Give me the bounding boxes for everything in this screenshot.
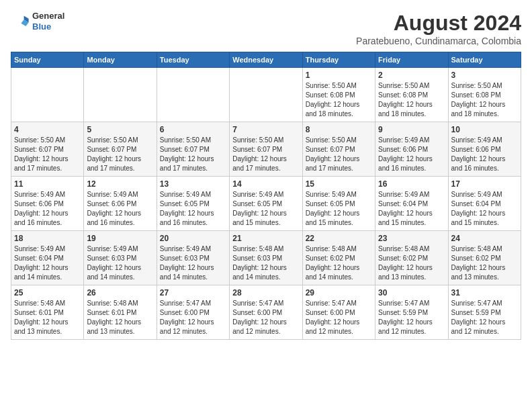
day-header-saturday: Saturday bbox=[448, 52, 521, 68]
calendar-cell: 11Sunrise: 5:49 AMSunset: 6:06 PMDayligh… bbox=[11, 177, 84, 231]
day-number: 14 bbox=[232, 179, 299, 189]
logo: General Blue bbox=[11, 11, 64, 32]
logo-icon bbox=[11, 12, 30, 31]
calendar-cell: 14Sunrise: 5:49 AMSunset: 6:05 PMDayligh… bbox=[230, 177, 302, 231]
page-header: General Blue August 2024 Paratebueno, Cu… bbox=[11, 11, 521, 46]
page-title: August 2024 bbox=[356, 11, 521, 36]
day-info: Sunrise: 5:49 AMSunset: 6:06 PMDaylight:… bbox=[14, 190, 81, 228]
day-info: Sunrise: 5:49 AMSunset: 6:03 PMDaylight:… bbox=[160, 244, 226, 282]
day-header-sunday: Sunday bbox=[11, 52, 84, 68]
day-number: 27 bbox=[160, 288, 226, 298]
calendar-cell: 29Sunrise: 5:47 AMSunset: 6:00 PMDayligh… bbox=[302, 285, 375, 340]
calendar-cell: 15Sunrise: 5:49 AMSunset: 6:05 PMDayligh… bbox=[302, 177, 375, 231]
calendar-cell: 23Sunrise: 5:48 AMSunset: 6:02 PMDayligh… bbox=[375, 231, 448, 285]
calendar-cell: 17Sunrise: 5:49 AMSunset: 6:04 PMDayligh… bbox=[448, 177, 521, 231]
title-block: August 2024 Paratebueno, Cundinamarca, C… bbox=[356, 11, 521, 46]
day-info: Sunrise: 5:50 AMSunset: 6:07 PMDaylight:… bbox=[232, 136, 299, 173]
header-row: SundayMondayTuesdayWednesdayThursdayFrid… bbox=[11, 52, 521, 68]
calendar-cell: 1Sunrise: 5:50 AMSunset: 6:08 PMDaylight… bbox=[302, 68, 375, 122]
day-info: Sunrise: 5:48 AMSunset: 6:02 PMDaylight:… bbox=[451, 244, 518, 282]
calendar-cell bbox=[157, 68, 229, 122]
day-number: 21 bbox=[232, 234, 299, 243]
day-header-thursday: Thursday bbox=[302, 52, 375, 68]
day-number: 10 bbox=[451, 125, 518, 134]
calendar-cell: 27Sunrise: 5:47 AMSunset: 6:00 PMDayligh… bbox=[157, 285, 229, 340]
day-number: 31 bbox=[451, 288, 518, 298]
day-info: Sunrise: 5:49 AMSunset: 6:06 PMDaylight:… bbox=[87, 190, 153, 228]
logo-text: General Blue bbox=[32, 11, 64, 32]
calendar-week-5: 25Sunrise: 5:48 AMSunset: 6:01 PMDayligh… bbox=[11, 285, 521, 340]
calendar-body: 1Sunrise: 5:50 AMSunset: 6:08 PMDaylight… bbox=[11, 68, 521, 340]
day-number: 7 bbox=[232, 125, 299, 134]
calendar-week-1: 1Sunrise: 5:50 AMSunset: 6:08 PMDaylight… bbox=[11, 68, 521, 122]
calendar-cell: 8Sunrise: 5:50 AMSunset: 6:07 PMDaylight… bbox=[302, 122, 375, 177]
calendar-cell: 24Sunrise: 5:48 AMSunset: 6:02 PMDayligh… bbox=[448, 231, 521, 285]
calendar-cell: 20Sunrise: 5:49 AMSunset: 6:03 PMDayligh… bbox=[157, 231, 229, 285]
day-number: 2 bbox=[378, 71, 445, 80]
day-info: Sunrise: 5:47 AMSunset: 6:00 PMDaylight:… bbox=[306, 299, 372, 336]
calendar-week-4: 18Sunrise: 5:49 AMSunset: 6:04 PMDayligh… bbox=[11, 231, 521, 285]
day-info: Sunrise: 5:48 AMSunset: 6:02 PMDaylight:… bbox=[306, 244, 372, 282]
day-info: Sunrise: 5:49 AMSunset: 6:06 PMDaylight:… bbox=[378, 136, 445, 173]
day-number: 25 bbox=[14, 288, 81, 298]
calendar-cell: 31Sunrise: 5:47 AMSunset: 5:59 PMDayligh… bbox=[448, 285, 521, 340]
calendar-cell: 12Sunrise: 5:49 AMSunset: 6:06 PMDayligh… bbox=[84, 177, 157, 231]
calendar-cell bbox=[11, 68, 84, 122]
day-number: 11 bbox=[14, 179, 81, 189]
calendar-cell: 3Sunrise: 5:50 AMSunset: 6:08 PMDaylight… bbox=[448, 68, 521, 122]
day-info: Sunrise: 5:47 AMSunset: 5:59 PMDaylight:… bbox=[378, 299, 445, 336]
calendar-cell: 26Sunrise: 5:48 AMSunset: 6:01 PMDayligh… bbox=[84, 285, 157, 340]
calendar-cell: 4Sunrise: 5:50 AMSunset: 6:07 PMDaylight… bbox=[11, 122, 84, 177]
page-subtitle: Paratebueno, Cundinamarca, Colombia bbox=[356, 36, 521, 46]
day-info: Sunrise: 5:50 AMSunset: 6:08 PMDaylight:… bbox=[451, 81, 518, 119]
day-number: 20 bbox=[160, 234, 226, 243]
day-number: 19 bbox=[87, 234, 153, 243]
day-info: Sunrise: 5:49 AMSunset: 6:05 PMDaylight:… bbox=[232, 190, 299, 228]
day-number: 13 bbox=[160, 179, 226, 189]
calendar-cell: 28Sunrise: 5:47 AMSunset: 6:00 PMDayligh… bbox=[230, 285, 302, 340]
day-number: 8 bbox=[306, 125, 372, 134]
day-number: 23 bbox=[378, 234, 445, 243]
calendar-cell: 16Sunrise: 5:49 AMSunset: 6:04 PMDayligh… bbox=[375, 177, 448, 231]
day-number: 30 bbox=[378, 288, 445, 298]
day-info: Sunrise: 5:50 AMSunset: 6:07 PMDaylight:… bbox=[87, 136, 153, 173]
day-number: 3 bbox=[451, 71, 518, 80]
day-info: Sunrise: 5:50 AMSunset: 6:08 PMDaylight:… bbox=[378, 81, 445, 119]
day-info: Sunrise: 5:49 AMSunset: 6:05 PMDaylight:… bbox=[160, 190, 226, 228]
day-info: Sunrise: 5:47 AMSunset: 6:00 PMDaylight:… bbox=[232, 299, 299, 336]
day-info: Sunrise: 5:49 AMSunset: 6:06 PMDaylight:… bbox=[451, 136, 518, 173]
day-number: 6 bbox=[160, 125, 226, 134]
day-info: Sunrise: 5:48 AMSunset: 6:01 PMDaylight:… bbox=[87, 299, 153, 336]
day-info: Sunrise: 5:49 AMSunset: 6:04 PMDaylight:… bbox=[451, 190, 518, 228]
day-number: 18 bbox=[14, 234, 81, 243]
day-info: Sunrise: 5:50 AMSunset: 6:07 PMDaylight:… bbox=[14, 136, 81, 173]
calendar-cell: 6Sunrise: 5:50 AMSunset: 6:07 PMDaylight… bbox=[157, 122, 229, 177]
day-number: 17 bbox=[451, 179, 518, 189]
calendar-cell: 25Sunrise: 5:48 AMSunset: 6:01 PMDayligh… bbox=[11, 285, 84, 340]
calendar-cell: 2Sunrise: 5:50 AMSunset: 6:08 PMDaylight… bbox=[375, 68, 448, 122]
day-info: Sunrise: 5:50 AMSunset: 6:08 PMDaylight:… bbox=[306, 81, 372, 119]
calendar-cell: 30Sunrise: 5:47 AMSunset: 5:59 PMDayligh… bbox=[375, 285, 448, 340]
logo-line1: General bbox=[32, 11, 64, 21]
day-info: Sunrise: 5:47 AMSunset: 5:59 PMDaylight:… bbox=[451, 299, 518, 336]
logo-line2: Blue bbox=[32, 21, 64, 32]
calendar-week-3: 11Sunrise: 5:49 AMSunset: 6:06 PMDayligh… bbox=[11, 177, 521, 231]
day-number: 16 bbox=[378, 179, 445, 189]
calendar-table: SundayMondayTuesdayWednesdayThursdayFrid… bbox=[11, 52, 521, 340]
calendar-cell: 18Sunrise: 5:49 AMSunset: 6:04 PMDayligh… bbox=[11, 231, 84, 285]
day-info: Sunrise: 5:47 AMSunset: 6:00 PMDaylight:… bbox=[160, 299, 226, 336]
day-header-friday: Friday bbox=[375, 52, 448, 68]
day-number: 12 bbox=[87, 179, 153, 189]
day-number: 5 bbox=[87, 125, 153, 134]
day-header-wednesday: Wednesday bbox=[230, 52, 302, 68]
day-number: 28 bbox=[232, 288, 299, 298]
calendar-cell: 13Sunrise: 5:49 AMSunset: 6:05 PMDayligh… bbox=[157, 177, 229, 231]
day-info: Sunrise: 5:49 AMSunset: 6:04 PMDaylight:… bbox=[14, 244, 81, 282]
calendar-cell: 5Sunrise: 5:50 AMSunset: 6:07 PMDaylight… bbox=[84, 122, 157, 177]
day-info: Sunrise: 5:50 AMSunset: 6:07 PMDaylight:… bbox=[160, 136, 226, 173]
day-number: 24 bbox=[451, 234, 518, 243]
calendar-cell bbox=[84, 68, 157, 122]
day-number: 26 bbox=[87, 288, 153, 298]
day-info: Sunrise: 5:48 AMSunset: 6:01 PMDaylight:… bbox=[14, 299, 81, 336]
calendar-week-2: 4Sunrise: 5:50 AMSunset: 6:07 PMDaylight… bbox=[11, 122, 521, 177]
